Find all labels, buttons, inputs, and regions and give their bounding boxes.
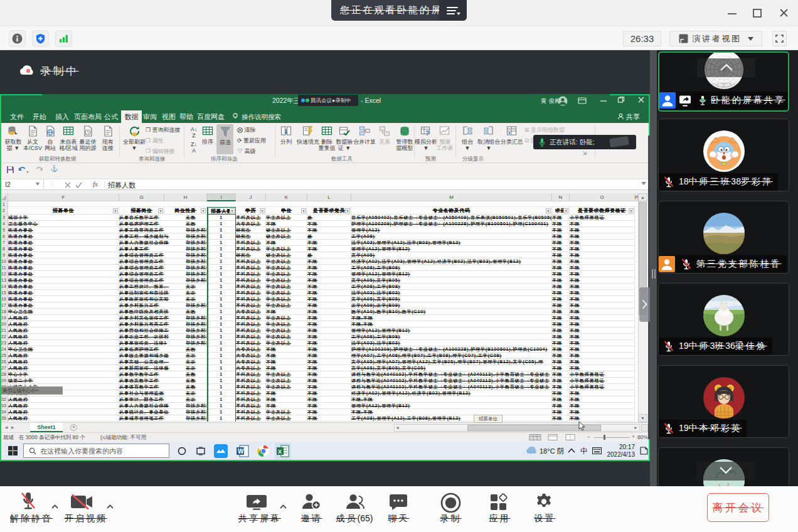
svg-text:W: W — [238, 448, 244, 455]
svg-text:?: ? — [425, 130, 429, 137]
svg-text:X: X — [278, 449, 282, 455]
